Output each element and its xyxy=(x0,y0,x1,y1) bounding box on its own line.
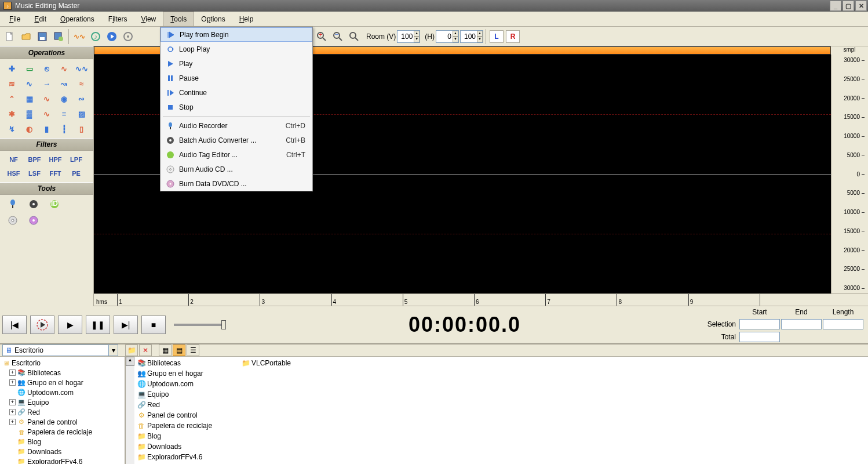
scroll-up[interactable]: ▲ xyxy=(126,357,134,366)
tree-item[interactable]: +👥Grupo en el hogar xyxy=(1,378,123,387)
tree-item[interactable]: +🔗Red xyxy=(1,407,123,417)
dropdown-item-dvd[interactable]: Burn Data DVD/CD ... xyxy=(161,176,312,191)
tool-tag[interactable]: ID xyxy=(46,197,63,211)
menu-edit[interactable]: Edit xyxy=(27,12,53,26)
operation-14[interactable]: ∾ xyxy=(74,92,90,106)
dropdown-item-cd[interactable]: Burn Audio CD ... xyxy=(161,162,312,176)
list-item[interactable]: 📁VLCPortable xyxy=(240,358,291,368)
expand-toggle[interactable]: + xyxy=(9,399,16,405)
waveform-button[interactable]: ∿∿ xyxy=(72,29,87,44)
stop-button[interactable]: ■ xyxy=(141,316,166,334)
dropdown-item-play-begin[interactable]: Play from Begin xyxy=(161,27,312,42)
fb-view-large[interactable]: ▦ xyxy=(159,345,172,356)
operation-24[interactable]: ▯ xyxy=(74,122,90,136)
folder-tree[interactable]: 🖥Escritorio+📚Bibliotecas+👥Grupo en el ho… xyxy=(0,357,125,464)
operation-20[interactable]: ↯ xyxy=(4,122,20,136)
tool-record[interactable] xyxy=(5,197,21,211)
spin-down[interactable]: ▼ xyxy=(414,37,420,42)
expand-toggle[interactable]: + xyxy=(9,409,16,415)
dropdown-item-batch[interactable]: Batch Audio Converter ...Ctrl+B xyxy=(161,133,312,147)
list-item[interactable]: 📁ExploradorFFv4.6 xyxy=(136,452,240,462)
operation-7[interactable]: → xyxy=(39,77,55,90)
mixer-button[interactable]: ♪ xyxy=(88,29,103,44)
tree-item[interactable]: +⚙Panel de control xyxy=(1,417,123,427)
new-file-button[interactable] xyxy=(2,29,17,44)
file-list[interactable]: 📚Bibliotecas👥Grupo en el hogar🌐Uptodown.… xyxy=(134,357,868,464)
tree-item[interactable]: 🌐Uptodown.com xyxy=(1,387,123,397)
filter-pe[interactable]: PE xyxy=(68,167,85,180)
operation-16[interactable]: ▓ xyxy=(21,107,38,121)
filter-fft[interactable]: FFT xyxy=(48,167,64,180)
tree-item[interactable]: 📁Downloads xyxy=(1,447,123,456)
tool-batch[interactable] xyxy=(25,197,42,211)
dropdown-item-stop[interactable]: Stop xyxy=(161,100,312,114)
save-button[interactable] xyxy=(35,29,50,44)
menu-options[interactable]: Options xyxy=(194,12,232,26)
dropdown-item-tag[interactable]: Audio Tag Editor ...Ctrl+T xyxy=(161,147,312,162)
sel-start-field[interactable] xyxy=(739,319,780,329)
location-combo[interactable]: 🖥 Escritorio ▾ xyxy=(2,345,118,356)
fb-view-small[interactable]: ▤ xyxy=(173,345,185,356)
operation-1[interactable]: ▭ xyxy=(21,61,38,75)
zoom-fit-button[interactable] xyxy=(347,29,362,44)
dropdown-item-continue[interactable]: Continue xyxy=(161,85,312,100)
right-channel-button[interactable]: R xyxy=(506,30,520,43)
sel-length-field[interactable] xyxy=(823,319,863,329)
filter-hpf[interactable]: HPF xyxy=(48,153,64,166)
skip-end-button[interactable]: ▶| xyxy=(114,316,138,334)
spin-up[interactable]: ▲ xyxy=(453,31,458,37)
dropdown-item-play[interactable]: Play xyxy=(161,56,312,71)
left-channel-button[interactable]: L xyxy=(490,30,504,43)
dropdown-item-loop[interactable]: Loop Play xyxy=(161,42,312,56)
operation-9[interactable]: ≈ xyxy=(74,77,90,90)
volume-thumb[interactable] xyxy=(221,320,226,329)
tree-item[interactable]: +📚Bibliotecas xyxy=(1,368,123,378)
menu-tools[interactable]: Tools xyxy=(163,12,194,26)
expand-toggle[interactable]: + xyxy=(9,419,16,425)
operation-22[interactable]: ▮ xyxy=(39,122,55,136)
operation-11[interactable]: ▦ xyxy=(21,92,38,106)
list-item[interactable]: 📁Blog xyxy=(136,431,240,441)
operation-12[interactable]: ∿ xyxy=(39,92,55,106)
room-h1-spinner[interactable]: ▲▼ xyxy=(436,30,459,43)
tool-burn-dvd[interactable] xyxy=(25,213,42,227)
operation-13[interactable]: ◉ xyxy=(56,92,72,106)
volume-slider[interactable] xyxy=(174,324,226,326)
room-v-spinner[interactable]: ▲▼ xyxy=(397,30,420,43)
play-begin-button[interactable] xyxy=(30,316,54,334)
operation-8[interactable]: ↝ xyxy=(56,77,72,90)
room-h2-input[interactable] xyxy=(461,32,477,41)
operation-5[interactable]: ≋ xyxy=(4,77,20,90)
total-field[interactable] xyxy=(739,332,780,342)
filter-hsf[interactable]: HSF xyxy=(6,167,22,180)
zoom-in-button[interactable]: + xyxy=(314,29,329,44)
play-button[interactable]: ▶ xyxy=(58,316,82,334)
tree-item[interactable]: 📁Blog xyxy=(1,437,123,447)
operation-6[interactable]: ∿ xyxy=(21,77,38,90)
fb-up-button[interactable]: 📁 xyxy=(125,345,138,356)
filter-lpf[interactable]: LPF xyxy=(68,153,85,166)
operation-2[interactable]: ⎋ xyxy=(39,61,55,75)
operation-15[interactable]: ✱ xyxy=(4,107,20,121)
menu-operations[interactable]: Operations xyxy=(53,12,101,26)
menu-file[interactable]: File xyxy=(2,12,27,26)
tree-item[interactable]: 📁ExploradorFFv4.6 xyxy=(1,456,123,464)
filter-lsf[interactable]: LSF xyxy=(27,167,43,180)
list-item[interactable]: 📁Downloads xyxy=(136,441,240,452)
expand-toggle[interactable]: + xyxy=(9,369,16,376)
tool-burn-cd[interactable] xyxy=(5,213,21,227)
list-item[interactable]: 👥Grupo en el hogar xyxy=(136,368,240,379)
maximize-button[interactable]: ▢ xyxy=(843,1,854,11)
operation-21[interactable]: ◐ xyxy=(21,122,38,136)
room-h2-spinner[interactable]: ▲▼ xyxy=(460,30,483,43)
combo-dropdown-button[interactable]: ▾ xyxy=(108,345,118,356)
room-v-input[interactable] xyxy=(397,32,414,41)
save-as-button[interactable] xyxy=(51,29,66,44)
operation-0[interactable]: ✚ xyxy=(4,61,20,75)
filter-nf[interactable]: NF xyxy=(6,153,22,166)
room-h1-input[interactable] xyxy=(436,32,453,41)
spin-up[interactable]: ▲ xyxy=(414,31,420,37)
spin-up[interactable]: ▲ xyxy=(477,31,483,37)
dropdown-item-pause[interactable]: Pause xyxy=(161,71,312,85)
operation-3[interactable]: ∿ xyxy=(56,61,72,75)
